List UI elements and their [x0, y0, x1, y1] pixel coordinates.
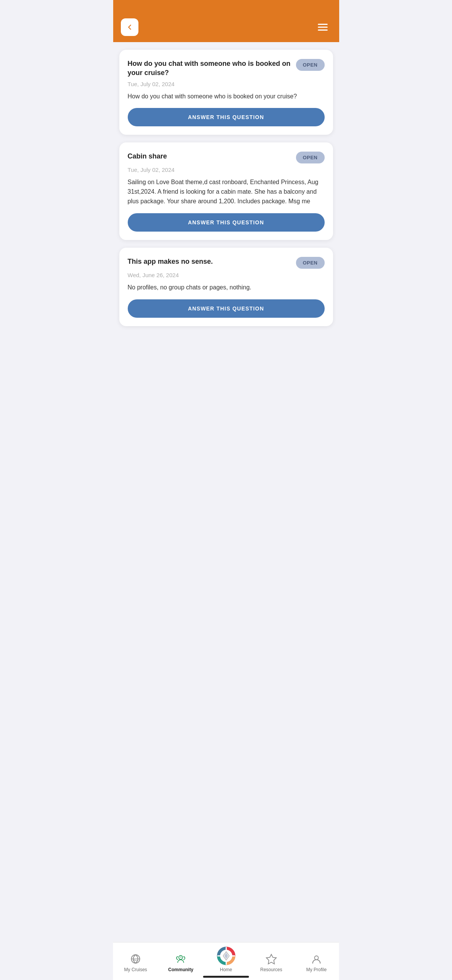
- answer-button[interactable]: ANSWER THIS QUESTION: [128, 299, 325, 318]
- card-title: Cabin share: [128, 152, 291, 161]
- card-header: Cabin share OPEN: [128, 152, 325, 163]
- card-body: No profiles, no group chats or pages, no…: [128, 283, 325, 292]
- answer-button[interactable]: ANSWER THIS QUESTION: [128, 213, 325, 232]
- card-body: How do you chat with someone who is book…: [128, 92, 325, 101]
- content-area: How do you chat with someone who is book…: [113, 42, 339, 364]
- open-badge[interactable]: OPEN: [296, 152, 325, 163]
- card-date: Tue, July 02, 2024: [128, 167, 325, 173]
- card-date: Wed, June 26, 2024: [128, 272, 325, 278]
- post-card: How do you chat with someone who is book…: [119, 50, 333, 135]
- card-body: Sailing on Love Boat theme,d cast ronboa…: [128, 178, 325, 206]
- card-date: Tue, July 02, 2024: [128, 81, 325, 87]
- back-button[interactable]: [121, 18, 138, 36]
- post-card: This app makes no sense. OPEN Wed, June …: [119, 248, 333, 326]
- menu-button[interactable]: [314, 18, 332, 36]
- card-header: This app makes no sense. OPEN: [128, 257, 325, 269]
- post-card: Cabin share OPEN Tue, July 02, 2024 Sail…: [119, 142, 333, 240]
- open-badge[interactable]: OPEN: [296, 59, 325, 71]
- answer-button[interactable]: ANSWER THIS QUESTION: [128, 108, 325, 126]
- card-header: How do you chat with someone who is book…: [128, 59, 325, 78]
- open-badge[interactable]: OPEN: [296, 257, 325, 269]
- header: [113, 0, 339, 42]
- card-title: This app makes no sense.: [128, 257, 291, 266]
- card-title: How do you chat with someone who is book…: [128, 59, 291, 78]
